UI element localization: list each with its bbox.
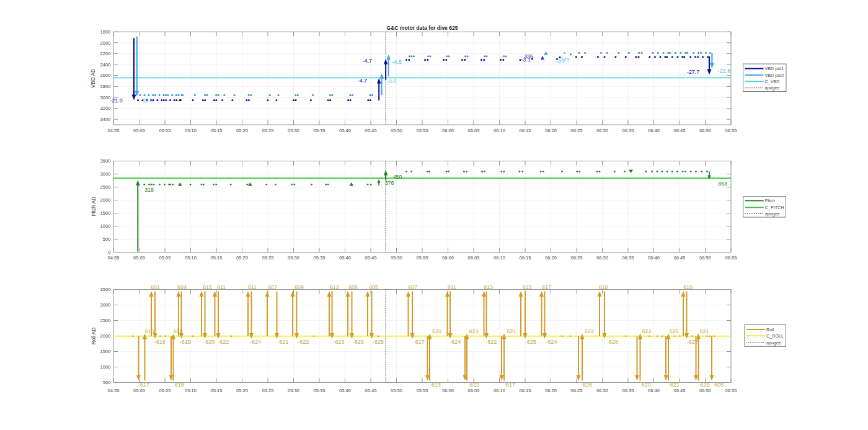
svg-text:1000: 1000 [100, 364, 111, 370]
svg-text:617: 617 [542, 284, 551, 290]
svg-text:06:55: 06:55 [725, 128, 737, 133]
svg-text:06:10: 06:10 [494, 388, 505, 393]
svg-text:05:05: 05:05 [159, 128, 170, 133]
svg-text:06:35: 06:35 [622, 388, 634, 393]
svg-text:05:10: 05:10 [185, 128, 197, 133]
svg-text:05:20: 05:20 [236, 255, 248, 261]
svg-text:apogee: apogee [765, 85, 780, 91]
svg-text:05:10: 05:10 [185, 388, 197, 393]
svg-text:05:55: 05:55 [416, 128, 428, 133]
svg-text:C_ROLL: C_ROLL [766, 333, 784, 339]
svg-text:05:30: 05:30 [288, 255, 299, 261]
svg-text:-363: -363 [716, 181, 727, 187]
svg-text:06:05: 06:05 [467, 128, 479, 133]
svg-text:3400: 3400 [100, 117, 111, 122]
svg-text:613: 613 [484, 284, 493, 290]
svg-text:06:30: 06:30 [596, 128, 608, 133]
svg-text:605: 605 [369, 284, 378, 290]
svg-text:Roll: Roll [766, 327, 774, 333]
svg-text:04:55: 04:55 [107, 128, 119, 133]
svg-text:05:10: 05:10 [185, 255, 197, 261]
svg-text:3500: 3500 [100, 287, 111, 292]
svg-text:Pitch: Pitch [765, 198, 775, 204]
svg-text:-623: -623 [334, 339, 345, 345]
svg-text:-618: -618 [173, 382, 184, 388]
svg-text:05:30: 05:30 [288, 388, 299, 393]
svg-text:05:05: 05:05 [159, 255, 170, 261]
svg-text:1000: 1000 [100, 223, 111, 229]
svg-text:06:25: 06:25 [570, 128, 582, 133]
svg-text:607: 607 [268, 284, 277, 290]
svg-text:610: 610 [599, 284, 608, 290]
svg-text:05:55: 05:55 [416, 388, 428, 393]
svg-text:2000: 2000 [100, 40, 111, 46]
svg-text:05:35: 05:35 [313, 128, 325, 133]
svg-text:2000: 2000 [100, 197, 111, 203]
svg-text:-628: -628 [607, 339, 618, 345]
svg-text:-622: -622 [218, 339, 229, 345]
svg-text:06:20: 06:20 [545, 388, 557, 393]
svg-text:2000: 2000 [100, 333, 111, 339]
svg-text:-619: -619 [180, 339, 191, 345]
svg-text:615: 615 [203, 284, 212, 290]
svg-text:-625: -625 [373, 339, 384, 345]
svg-text:05:35: 05:35 [313, 388, 325, 393]
svg-text:06:20: 06:20 [545, 128, 557, 133]
svg-text:-621: -621 [668, 382, 680, 388]
svg-text:06:35: 06:35 [622, 128, 634, 133]
svg-text:-622: -622 [468, 382, 479, 388]
svg-text:376: 376 [385, 180, 394, 186]
svg-text:2400: 2400 [100, 62, 111, 68]
svg-text:379: 379 [560, 56, 570, 63]
svg-text:06:55: 06:55 [725, 388, 737, 393]
svg-text:612: 612 [330, 284, 339, 290]
svg-text:05:40: 05:40 [339, 128, 351, 133]
svg-text:VBD AD: VBD AD [91, 69, 97, 87]
svg-text:3200: 3200 [100, 105, 111, 111]
svg-text:-625: -625 [699, 382, 710, 388]
svg-text:06:45: 06:45 [673, 128, 685, 133]
svg-text:05:45: 05:45 [365, 128, 376, 133]
svg-text:624: 624 [642, 328, 652, 334]
svg-text:500: 500 [103, 236, 111, 242]
svg-text:610: 610 [683, 284, 693, 290]
svg-text:623: 623 [469, 328, 479, 334]
svg-text:610: 610 [145, 328, 154, 334]
svg-text:apogee: apogee [766, 340, 781, 346]
svg-text:621: 621 [507, 328, 516, 334]
svg-text:06:40: 06:40 [648, 388, 660, 393]
svg-text:611: 611 [217, 284, 226, 290]
svg-text:Roll AD: Roll AD [91, 328, 97, 345]
svg-text:apogee: apogee [765, 211, 780, 217]
svg-text:C_PITCH: C_PITCH [765, 205, 784, 210]
svg-text:601: 601 [151, 284, 160, 290]
svg-text:06:00: 06:00 [442, 388, 454, 393]
svg-text:06:10: 06:10 [494, 128, 505, 133]
svg-text:-622: -622 [298, 339, 309, 345]
svg-text:05:15: 05:15 [210, 128, 222, 133]
svg-text:06:30: 06:30 [596, 388, 608, 393]
svg-text:05:45: 05:45 [365, 255, 376, 261]
svg-text:05:55: 05:55 [416, 255, 428, 261]
svg-text:05:50: 05:50 [391, 255, 402, 261]
svg-text:1500: 1500 [100, 349, 111, 354]
svg-text:05:50: 05:50 [391, 388, 402, 393]
svg-text:06:30: 06:30 [596, 255, 608, 261]
svg-text:3500: 3500 [100, 158, 111, 164]
svg-text:-617: -617 [138, 382, 149, 388]
svg-text:06:15: 06:15 [519, 255, 531, 261]
svg-text:-27.7: -27.7 [687, 69, 699, 75]
svg-text:625: 625 [670, 328, 679, 334]
svg-text:2600: 2600 [100, 73, 111, 78]
svg-text:06:45: 06:45 [673, 388, 685, 393]
svg-text:0: 0 [108, 249, 110, 255]
svg-text:06:40: 06:40 [648, 128, 660, 133]
svg-text:-616: -616 [154, 339, 166, 345]
svg-text:06:20: 06:20 [545, 255, 557, 261]
svg-text:613: 613 [523, 284, 532, 290]
svg-text:3000: 3000 [100, 302, 111, 308]
svg-text:-605: -605 [713, 382, 724, 388]
svg-text:05:40: 05:40 [339, 255, 351, 261]
svg-text:-617: -617 [414, 339, 425, 345]
svg-text:05:15: 05:15 [210, 388, 222, 393]
